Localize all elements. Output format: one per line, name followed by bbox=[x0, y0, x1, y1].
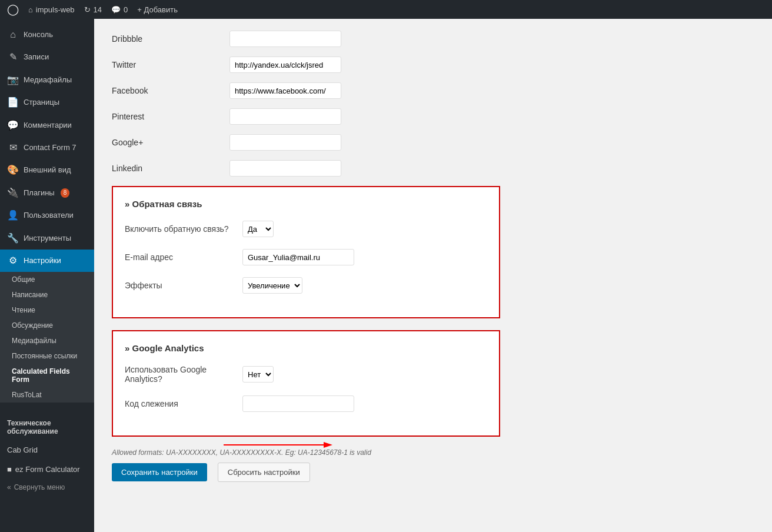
feedback-effects-label: Эффекты bbox=[125, 281, 242, 290]
sidebar-item-tools[interactable]: 🔧 Инструменты bbox=[0, 227, 94, 250]
feedback-title: » Обратная связь bbox=[125, 199, 487, 209]
media-icon: 📷 bbox=[7, 74, 19, 87]
facebook-label: Facebook bbox=[112, 86, 229, 95]
analytics-use-select[interactable]: Нет Да bbox=[242, 366, 274, 383]
submenu-napisanie[interactable]: Написание bbox=[0, 287, 94, 302]
sidebar-item-stranicy[interactable]: 📄 Страницы bbox=[0, 91, 94, 114]
social-fields: Dribbble Twitter Facebook Pinterest Goog… bbox=[112, 31, 754, 177]
feedback-section: » Обратная связь Включить обратную связь… bbox=[112, 186, 500, 318]
feedback-enable-select[interactable]: Да Нет bbox=[242, 221, 274, 237]
wp-logo[interactable]: ◯ bbox=[7, 3, 19, 16]
submenu-rustolat[interactable]: RusToLat bbox=[0, 387, 94, 403]
add-item[interactable]: + Добавить bbox=[137, 5, 178, 14]
sidebar-item-zapisi[interactable]: ✎ Записи bbox=[0, 46, 94, 68]
sidebar-item-konsol[interactable]: ⌂ Консоль bbox=[0, 24, 94, 46]
edit-icon: ✎ bbox=[7, 51, 19, 64]
feedback-enable-label: Включить обратную связь? bbox=[125, 224, 242, 234]
sidebar-ezform[interactable]: ■ ez Form Calculator bbox=[0, 460, 94, 478]
buttons-area: Сохранить настройки Сбросить настройки bbox=[112, 463, 754, 482]
layout: ⌂ Консоль ✎ Записи 📷 Медиафайлы 📄 Страни… bbox=[0, 19, 772, 532]
analytics-tracking-input[interactable] bbox=[242, 395, 354, 412]
googleplus-input[interactable] bbox=[229, 134, 341, 151]
twitter-label: Twitter bbox=[112, 60, 229, 69]
sidebar-cabgrid[interactable]: Cab Grid bbox=[0, 440, 94, 460]
feedback-effects-select[interactable]: Увеличение Другой bbox=[242, 277, 302, 294]
sidebar-item-appearance[interactable]: 🎨 Внешний вид bbox=[0, 159, 94, 181]
tools-icon: 🔧 bbox=[7, 232, 19, 245]
submenu-calcfields[interactable]: Calculated Fields Form bbox=[0, 364, 94, 387]
linkedin-input[interactable] bbox=[229, 160, 341, 177]
analytics-use-row: Использовать Google Analytics? Нет Да bbox=[125, 365, 487, 384]
save-button[interactable]: Сохранить настройки bbox=[112, 463, 207, 481]
dribbble-label: Dribbble bbox=[112, 34, 229, 44]
googleplus-label: Google+ bbox=[112, 138, 229, 147]
sidebar-tech[interactable]: Техническое обслуживание bbox=[0, 414, 94, 440]
user-icon: 👤 bbox=[7, 209, 19, 222]
dribbble-row: Dribbble bbox=[112, 31, 524, 47]
submenu-obschie[interactable]: Общие bbox=[0, 272, 94, 287]
home-icon: ⌂ bbox=[7, 28, 19, 41]
sidebar-item-settings[interactable]: ⚙ Настройки bbox=[0, 250, 94, 272]
analytics-section: » Google Analytics Использовать Google A… bbox=[112, 330, 500, 437]
svg-marker-1 bbox=[324, 442, 332, 448]
facebook-row: Facebook bbox=[112, 82, 524, 99]
reset-button[interactable]: Сбросить настройки bbox=[218, 463, 310, 482]
sidebar-item-contactform[interactable]: ✉ Contact Form 7 bbox=[0, 137, 94, 159]
submenu-postoyan[interactable]: Постоянные ссылки bbox=[0, 348, 94, 364]
submenu-obsuzhdenie[interactable]: Обсуждение bbox=[0, 318, 94, 333]
comments-item[interactable]: 💬 0 bbox=[111, 5, 128, 14]
sidebar-item-media[interactable]: 📷 Медиафайлы bbox=[0, 69, 94, 91]
site-name[interactable]: ⌂ impuls-web bbox=[28, 5, 75, 14]
settings-submenu: Общие Написание Чтение Обсуждение Медиаф… bbox=[0, 272, 94, 403]
sidebar-item-plugins[interactable]: 🔌 Плагины 8 bbox=[0, 182, 94, 204]
collapse-icon: « bbox=[7, 483, 11, 491]
pinterest-input[interactable] bbox=[229, 108, 341, 125]
feedback-enable-row: Включить обратную связь? Да Нет bbox=[125, 221, 487, 237]
plugin-icon: 🔌 bbox=[7, 187, 19, 200]
pinterest-row: Pinterest bbox=[112, 108, 524, 125]
submenu-media[interactable]: Медиафайлы bbox=[0, 333, 94, 348]
analytics-title: » Google Analytics bbox=[125, 343, 487, 353]
palette-icon: 🎨 bbox=[7, 164, 19, 177]
sidebar: ⌂ Консоль ✎ Записи 📷 Медиафайлы 📄 Страни… bbox=[0, 19, 94, 532]
page-icon: 📄 bbox=[7, 96, 19, 109]
feedback-email-label: E-mail адрес bbox=[125, 252, 242, 262]
ezform-icon: ■ bbox=[7, 465, 12, 474]
pinterest-label: Pinterest bbox=[112, 112, 229, 121]
admin-bar: ◯ ⌂ impuls-web ↻ 14 💬 0 + Добавить bbox=[0, 0, 772, 19]
comment-icon: 💬 bbox=[7, 119, 19, 132]
mail-icon: ✉ bbox=[7, 141, 19, 154]
plugin-badge: 8 bbox=[61, 188, 70, 198]
updates-item[interactable]: ↻ 14 bbox=[84, 5, 102, 14]
facebook-input[interactable] bbox=[229, 82, 341, 99]
sidebar-collapse[interactable]: « Свернуть меню bbox=[0, 478, 94, 496]
googleplus-row: Google+ bbox=[112, 134, 524, 151]
feedback-email-row: E-mail адрес bbox=[125, 249, 487, 265]
submenu-chtenie[interactable]: Чтение bbox=[0, 302, 94, 318]
linkedin-label: Linkedin bbox=[112, 164, 229, 173]
linkedin-row: Linkedin bbox=[112, 160, 524, 177]
twitter-input[interactable] bbox=[229, 56, 341, 73]
sidebar-item-comments[interactable]: 💬 Комментарии bbox=[0, 114, 94, 137]
analytics-tracking-label: Код слежения bbox=[125, 399, 242, 408]
sidebar-item-users[interactable]: 👤 Пользователи bbox=[0, 204, 94, 227]
analytics-tracking-row: Код слежения bbox=[125, 395, 487, 412]
twitter-row: Twitter bbox=[112, 56, 524, 73]
red-arrow-indicator bbox=[218, 442, 335, 466]
analytics-hint: Allowed formats: UA-XXXXXXXX, UA-XXXXXXX… bbox=[112, 448, 754, 457]
sidebar-bottom: Техническое обслуживание Cab Grid ■ ez F… bbox=[0, 414, 94, 496]
settings-icon: ⚙ bbox=[7, 254, 19, 267]
main-content: Dribbble Twitter Facebook Pinterest Goog… bbox=[94, 19, 772, 532]
feedback-effects-row: Эффекты Увеличение Другой bbox=[125, 277, 487, 294]
analytics-use-label: Использовать Google Analytics? bbox=[125, 365, 242, 384]
dribbble-input[interactable] bbox=[229, 31, 341, 47]
feedback-email-input[interactable] bbox=[242, 249, 354, 265]
